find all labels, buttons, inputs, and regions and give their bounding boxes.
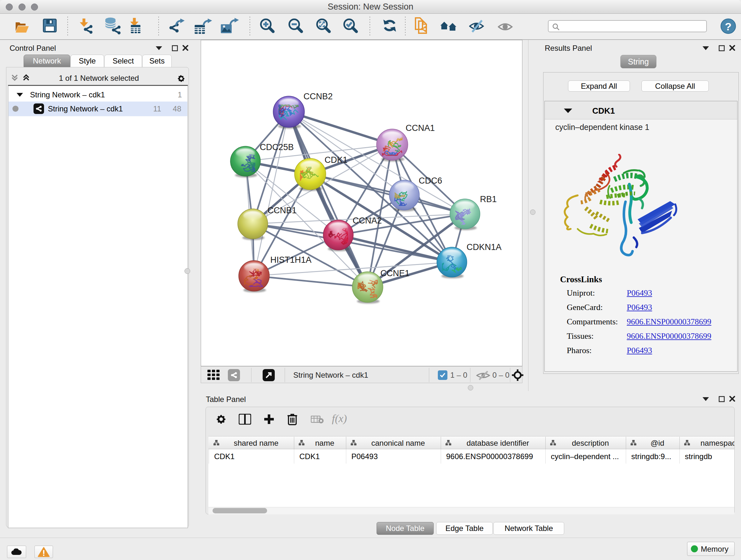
svg-text:CDC6: CDC6 [419,176,442,186]
svg-text:RB1: RB1 [480,194,497,204]
svg-text:CCNE1: CCNE1 [381,268,410,278]
svg-text:CCNB2: CCNB2 [304,91,333,101]
svg-text:CCNA1: CCNA1 [406,123,435,133]
svg-text:CDC25B: CDC25B [260,142,294,152]
svg-text:CDK1: CDK1 [325,155,347,165]
svg-text:CCNB1: CCNB1 [267,206,297,215]
svg-text:CDKN1A: CDKN1A [467,242,502,252]
svg-text:HIST1H1A: HIST1H1A [270,255,312,265]
svg-text:CCNA2: CCNA2 [353,216,382,226]
